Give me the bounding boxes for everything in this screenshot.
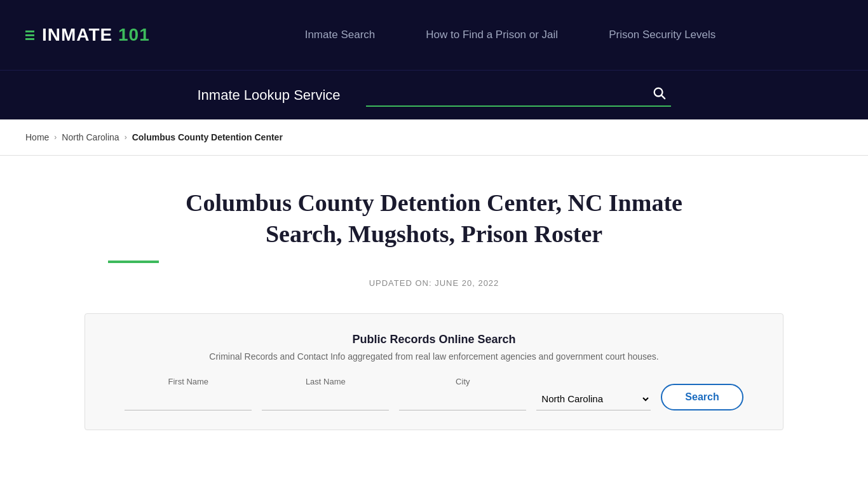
- search-section: Inmate Lookup Service: [0, 70, 868, 119]
- inmate-search-nav-link[interactable]: Inmate Search: [305, 29, 376, 41]
- breadcrumb-state[interactable]: North Carolina: [62, 132, 119, 142]
- first-name-group: First Name: [125, 377, 252, 410]
- state-group: North CarolinaAlabamaAlaskaArizonaArkans…: [536, 388, 651, 410]
- main-content: Columbus County Detention Center, NC Inm…: [0, 156, 868, 456]
- breadcrumb-separator-1: ›: [54, 133, 57, 142]
- svg-line-1: [661, 95, 665, 98]
- search-icon: [652, 86, 666, 100]
- breadcrumb-current: Columbus County Detention Center: [132, 132, 283, 142]
- updated-date: UPDATED ON: JUNE 20, 2022: [25, 278, 843, 288]
- city-input[interactable]: [399, 389, 526, 410]
- breadcrumb: Home › North Carolina › Columbus County …: [25, 132, 843, 142]
- lookup-search-input[interactable]: [366, 84, 647, 105]
- security-levels-nav-link[interactable]: Prison Security Levels: [609, 29, 715, 41]
- breadcrumb-section: Home › North Carolina › Columbus County …: [0, 119, 868, 156]
- first-name-input[interactable]: [125, 389, 252, 410]
- last-name-group: Last Name: [262, 377, 389, 410]
- nav-links: Inmate Search How to Find a Prison or Ja…: [178, 29, 843, 41]
- title-underline: [108, 261, 159, 263]
- breadcrumb-home[interactable]: Home: [25, 132, 49, 142]
- top-navigation: INMATE 101 Inmate Search How to Find a P…: [0, 0, 868, 70]
- search-input-container: [366, 83, 671, 107]
- search-section-label: Inmate Lookup Service: [197, 87, 340, 104]
- breadcrumb-separator-2: ›: [125, 133, 127, 142]
- public-records-search-box: Public Records Online Search Criminal Re…: [85, 313, 783, 430]
- state-select[interactable]: North CarolinaAlabamaAlaskaArizonaArkans…: [536, 388, 651, 410]
- first-name-label: First Name: [125, 377, 252, 386]
- search-form: First Name Last Name City North Carolina…: [111, 377, 757, 410]
- city-label: City: [399, 377, 526, 386]
- last-name-label: Last Name: [262, 377, 389, 386]
- search-box-subtitle: Criminal Records and Contact Info aggreg…: [111, 351, 757, 362]
- page-title: Columbus County Detention Center, NC Inm…: [148, 187, 720, 250]
- search-box-title: Public Records Online Search: [111, 333, 757, 346]
- city-group: City: [399, 377, 526, 410]
- logo-text: INMATE 101: [42, 25, 150, 45]
- search-icon-button[interactable]: [647, 83, 671, 105]
- search-button[interactable]: Search: [661, 384, 743, 410]
- logo-bars-icon: [25, 30, 34, 40]
- find-prison-nav-link[interactable]: How to Find a Prison or Jail: [426, 29, 558, 41]
- logo[interactable]: INMATE 101: [25, 25, 178, 45]
- last-name-input[interactable]: [262, 389, 389, 410]
